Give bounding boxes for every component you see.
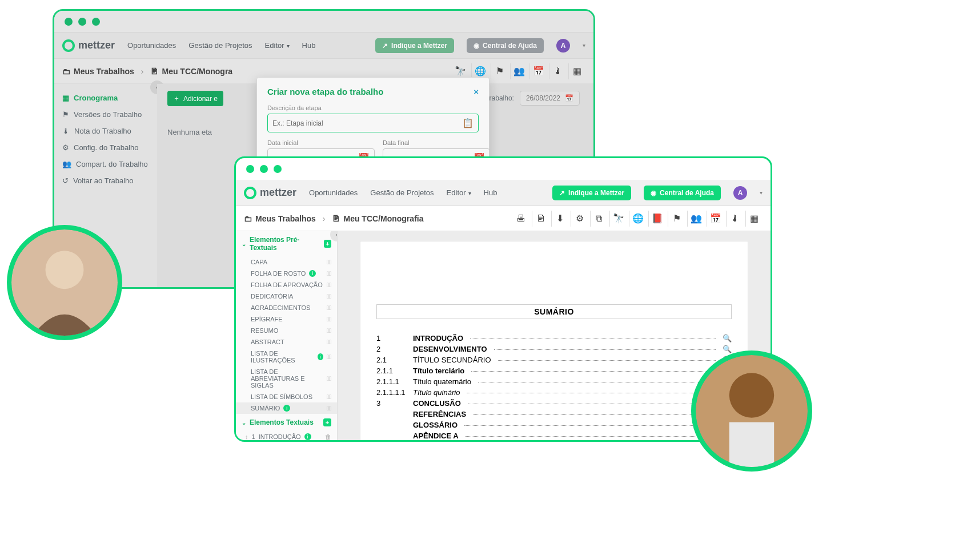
add-element-button[interactable]: + <box>324 240 331 248</box>
gear-icon[interactable]: ⚙ <box>571 211 588 227</box>
pretextual-item[interactable]: DEDICATÓRIA👁̶ <box>236 291 337 302</box>
help-icon: ◉ <box>651 189 656 197</box>
layout-icon[interactable]: ▦ <box>745 211 763 227</box>
sidebar-item-config[interactable]: ⚙Config. do Trabalho <box>54 139 157 156</box>
file-icon[interactable]: 🖹 <box>532 211 549 227</box>
pretextual-item[interactable]: FOLHA DE APROVAÇÃO👁̶ <box>236 279 337 291</box>
nav-gestao[interactable]: Gestão de Projetos <box>370 188 434 197</box>
magnifier-icon[interactable]: 🔍 <box>723 345 732 353</box>
eye-off-icon[interactable]: 👁̶ <box>327 259 331 265</box>
pretextual-item[interactable]: AGRADECIMENTOS👁̶ <box>236 302 337 313</box>
info-icon[interactable]: i <box>318 353 323 360</box>
binoculars-icon[interactable]: 🔭 <box>609 211 627 227</box>
flag-icon[interactable]: ⚑ <box>668 211 685 227</box>
crumb-doc[interactable]: 🖹Meu TCC/Monogra <box>150 67 232 76</box>
drag-handle-icon[interactable]: ↕ <box>245 433 248 440</box>
eye-off-icon[interactable]: 👁̶ <box>327 375 331 382</box>
desc-field[interactable]: 📋 <box>267 114 479 132</box>
trash-icon[interactable]: 🗑 <box>325 433 331 440</box>
ajuda-button[interactable]: ◉Central de Ajuda <box>467 38 544 53</box>
section-textual-header[interactable]: ⌄ Elementos Textuais + <box>236 414 337 431</box>
toc-label: DESENVOLVIMENTO <box>413 345 487 353</box>
info-icon[interactable]: i <box>283 405 290 412</box>
section-pretextual-header[interactable]: ⌄ Elementos Pré-Textuais + <box>236 231 337 256</box>
eye-off-icon[interactable]: 👁̶ <box>327 281 331 288</box>
users-icon[interactable]: 👥 <box>687 211 704 227</box>
layout-icon[interactable]: ▦ <box>568 63 585 79</box>
users-icon[interactable]: 👥 <box>510 63 527 79</box>
magnifier-icon[interactable]: 🔍 <box>723 334 732 343</box>
avatar[interactable]: A <box>733 186 747 200</box>
toc-leader <box>470 339 716 339</box>
thermometer-icon[interactable]: 🌡 <box>726 211 743 227</box>
nav-gestao[interactable]: Gestão de Projetos <box>188 41 252 50</box>
add-step-button[interactable]: ＋Adicionar e <box>167 91 223 106</box>
toc-leader <box>478 382 716 382</box>
deliver-date-input[interactable]: 26/08/2022📅 <box>520 91 580 106</box>
eye-off-icon[interactable]: 👁̶ <box>327 353 331 360</box>
brand-logo[interactable]: mettzer <box>244 187 296 199</box>
eye-off-icon[interactable]: 👁̶ <box>327 316 331 323</box>
add-element-button[interactable]: + <box>323 418 331 426</box>
pretextual-item[interactable]: LISTA DE SÍMBOLOS👁̶ <box>236 391 337 402</box>
chevron-down-icon <box>466 188 471 197</box>
traffic-dot <box>65 18 73 26</box>
indique-button[interactable]: ↗Indique a Mettzer <box>552 186 631 200</box>
thermometer-icon[interactable]: 🌡 <box>549 63 566 79</box>
brand-logo[interactable]: mettzer <box>62 39 115 52</box>
eye-off-icon[interactable]: 👁̶ <box>327 293 331 300</box>
crumb-root[interactable]: 🗀Meus Trabalhos <box>244 214 316 223</box>
textual-item[interactable]: ↕1INTRODUÇÃOi🗑 <box>236 431 337 440</box>
nav-oportunidades[interactable]: Oportunidades <box>309 188 358 197</box>
eye-off-icon[interactable]: 👁̶ <box>327 270 331 277</box>
info-icon[interactable]: i <box>304 433 311 440</box>
sidebar-item-nota[interactable]: 🌡Nota do Trabalho <box>54 123 157 139</box>
sidebar-item-compart[interactable]: 👥Compart. do Trabalho <box>54 156 157 172</box>
toc-number: 2 <box>376 345 406 353</box>
eye-off-icon[interactable]: 👁̶ <box>327 339 331 345</box>
pretextual-item[interactable]: LISTA DE ABREVIATURAS E SIGLAS👁̶ <box>236 366 337 391</box>
pretextual-item[interactable]: CAPA👁̶ <box>236 256 337 268</box>
calendar-icon[interactable]: 📅 <box>529 63 547 79</box>
flag-icon[interactable]: ⚑ <box>491 63 508 79</box>
eye-off-icon[interactable]: 👁̶ <box>327 327 331 334</box>
globe-icon[interactable]: 🌐 <box>629 211 646 227</box>
close-icon[interactable]: × <box>474 87 479 96</box>
nav-hub[interactable]: Hub <box>484 188 497 197</box>
info-icon[interactable]: i <box>309 270 316 277</box>
desc-input[interactable] <box>272 119 462 127</box>
ajuda-button[interactable]: ◉Central de Ajuda <box>644 186 721 200</box>
download-icon[interactable]: ⬇ <box>551 211 568 227</box>
calendar-icon[interactable]: 📅 <box>707 211 724 227</box>
toc-label: CONCLUSÃO <box>413 399 461 408</box>
pretextual-item[interactable]: RESUMO👁̶ <box>236 325 337 336</box>
nav-oportunidades[interactable]: Oportunidades <box>127 41 176 50</box>
eye-off-icon[interactable]: 👁̶ <box>327 304 331 311</box>
crumb-doc[interactable]: 🖹Meu TCC/Monografia <box>332 214 423 223</box>
toc-line: 3CONCLUSÃO🔍 <box>376 399 732 408</box>
share-icon: ↗ <box>382 42 388 50</box>
pretextual-item[interactable]: EPÍGRAFE👁̶ <box>236 313 337 325</box>
indique-button[interactable]: ↗Indique a Mettzer <box>375 38 454 53</box>
pretextual-item[interactable]: FOLHA DE ROSTOi👁̶ <box>236 268 337 279</box>
avatar[interactable]: A <box>556 39 570 53</box>
copy-icon[interactable]: ⧉ <box>590 211 607 227</box>
app-header-back: mettzer Oportunidades Gestão de Projetos… <box>54 33 593 59</box>
sidebar-item-versoes[interactable]: ⚑Versões do Trabalho <box>54 106 157 123</box>
nav-editor[interactable]: Editor <box>447 188 471 197</box>
book-icon[interactable]: 📕 <box>648 211 665 227</box>
chevron-down-icon[interactable]: ▾ <box>583 42 585 49</box>
nav-hub[interactable]: Hub <box>302 41 316 50</box>
sidebar-item-voltar[interactable]: ↺Voltar ao Trabalho <box>54 172 157 189</box>
clipboard-icon[interactable]: 📋 <box>462 118 474 128</box>
crumb-root[interactable]: 🗀Meus Trabalhos <box>62 67 134 76</box>
chevron-down-icon[interactable]: ▾ <box>760 190 763 196</box>
print-icon[interactable]: 🖶 <box>512 211 529 227</box>
eye-off-icon[interactable]: 👁̶ <box>327 405 331 412</box>
pretextual-item[interactable]: LISTA DE ILUSTRAÇÕESi👁̶ <box>236 348 337 366</box>
sidebar-item-cronograma[interactable]: ▦Cronograma <box>54 90 157 106</box>
nav-editor[interactable]: Editor <box>265 41 290 50</box>
pretextual-item[interactable]: ABSTRACT👁̶ <box>236 336 337 348</box>
eye-off-icon[interactable]: 👁̶ <box>327 393 331 400</box>
pretextual-item[interactable]: SUMÁRIOi👁̶ <box>236 402 337 414</box>
